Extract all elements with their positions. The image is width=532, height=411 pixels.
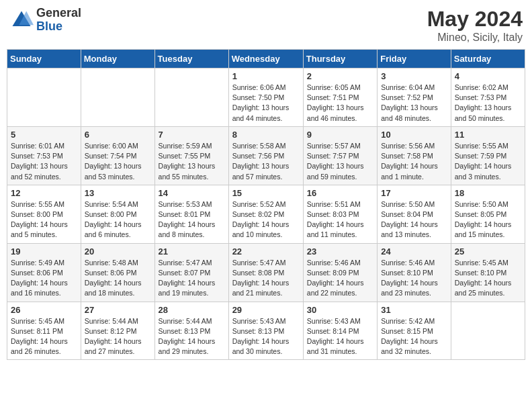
day-number: 10: [381, 130, 447, 140]
calendar-cell: 16Sunrise: 5:51 AM Sunset: 8:03 PM Dayli…: [303, 185, 377, 243]
logo-general-label: General: [36, 7, 81, 20]
calendar-week-row: 5Sunrise: 6:01 AM Sunset: 7:53 PM Daylig…: [7, 126, 525, 185]
day-number: 27: [85, 305, 151, 315]
day-of-week-header: Wednesday: [228, 50, 303, 68]
day-info: Sunrise: 5:48 AM Sunset: 8:06 PM Dayligh…: [85, 258, 151, 299]
calendar-cell: 8Sunrise: 5:58 AM Sunset: 7:56 PM Daylig…: [228, 126, 303, 185]
calendar-cell: 21Sunrise: 5:47 AM Sunset: 8:07 PM Dayli…: [154, 243, 228, 302]
day-info: Sunrise: 5:47 AM Sunset: 8:08 PM Dayligh…: [232, 258, 300, 299]
logo-text: General Blue: [36, 7, 81, 34]
day-info: Sunrise: 5:54 AM Sunset: 8:00 PM Dayligh…: [85, 199, 151, 240]
calendar-cell: 17Sunrise: 5:50 AM Sunset: 8:04 PM Dayli…: [378, 185, 451, 243]
day-info: Sunrise: 5:57 AM Sunset: 7:57 PM Dayligh…: [307, 141, 373, 182]
calendar-cell: 29Sunrise: 5:43 AM Sunset: 8:13 PM Dayli…: [228, 302, 303, 360]
day-info: Sunrise: 5:53 AM Sunset: 8:01 PM Dayligh…: [159, 199, 225, 240]
day-info: Sunrise: 5:42 AM Sunset: 8:15 PM Dayligh…: [381, 316, 447, 357]
calendar-cell: 25Sunrise: 5:45 AM Sunset: 8:10 PM Dayli…: [451, 243, 525, 302]
calendar-cell: 3Sunrise: 6:04 AM Sunset: 7:52 PM Daylig…: [378, 68, 451, 127]
calendar-cell: 15Sunrise: 5:52 AM Sunset: 8:02 PM Dayli…: [228, 185, 303, 243]
calendar-week-row: 19Sunrise: 5:49 AM Sunset: 8:06 PM Dayli…: [7, 243, 525, 302]
day-number: 6: [85, 130, 151, 140]
calendar-cell: 11Sunrise: 5:55 AM Sunset: 7:59 PM Dayli…: [451, 126, 525, 185]
day-info: Sunrise: 5:44 AM Sunset: 8:12 PM Dayligh…: [85, 316, 151, 357]
day-number: 24: [381, 246, 447, 257]
calendar-week-row: 12Sunrise: 5:55 AM Sunset: 8:00 PM Dayli…: [7, 185, 525, 243]
calendar-cell: 22Sunrise: 5:47 AM Sunset: 8:08 PM Dayli…: [228, 243, 303, 302]
day-number: 25: [455, 246, 521, 257]
day-number: 19: [11, 246, 77, 257]
day-number: 23: [307, 246, 373, 257]
calendar-cell: 18Sunrise: 5:50 AM Sunset: 8:05 PM Dayli…: [451, 185, 525, 243]
day-of-week-header: Sunday: [7, 50, 81, 68]
day-info: Sunrise: 5:58 AM Sunset: 7:56 PM Dayligh…: [232, 141, 300, 182]
day-info: Sunrise: 6:01 AM Sunset: 7:53 PM Dayligh…: [11, 141, 77, 182]
calendar-week-row: 1Sunrise: 6:06 AM Sunset: 7:50 PM Daylig…: [7, 68, 525, 127]
day-number: 18: [455, 188, 521, 198]
day-info: Sunrise: 6:05 AM Sunset: 7:51 PM Dayligh…: [307, 83, 373, 124]
logo-blue-label: Blue: [36, 20, 81, 34]
calendar-cell: [154, 68, 228, 127]
day-number: 26: [11, 305, 77, 315]
calendar-cell: 27Sunrise: 5:44 AM Sunset: 8:12 PM Dayli…: [81, 302, 154, 360]
day-number: 2: [307, 71, 373, 81]
calendar-cell: 24Sunrise: 5:46 AM Sunset: 8:10 PM Dayli…: [378, 243, 451, 302]
logo-icon: [9, 8, 34, 32]
day-number: 22: [232, 246, 300, 257]
day-info: Sunrise: 5:50 AM Sunset: 8:04 PM Dayligh…: [381, 199, 447, 240]
day-info: Sunrise: 5:59 AM Sunset: 7:55 PM Dayligh…: [159, 141, 225, 182]
day-info: Sunrise: 5:49 AM Sunset: 8:06 PM Dayligh…: [11, 258, 77, 299]
calendar-table: SundayMondayTuesdayWednesdayThursdayFrid…: [7, 49, 525, 360]
day-info: Sunrise: 6:04 AM Sunset: 7:52 PM Dayligh…: [381, 83, 447, 124]
day-number: 28: [159, 305, 225, 315]
day-number: 17: [381, 188, 447, 198]
day-number: 14: [159, 188, 225, 198]
calendar-cell: 2Sunrise: 6:05 AM Sunset: 7:51 PM Daylig…: [303, 68, 377, 127]
day-info: Sunrise: 5:56 AM Sunset: 7:58 PM Dayligh…: [381, 141, 447, 182]
calendar-cell: 5Sunrise: 6:01 AM Sunset: 7:53 PM Daylig…: [7, 126, 81, 185]
day-of-week-header: Saturday: [451, 50, 525, 68]
month-year-title: May 2024: [427, 7, 523, 32]
day-number: 1: [232, 71, 300, 81]
day-info: Sunrise: 6:02 AM Sunset: 7:53 PM Dayligh…: [455, 83, 521, 124]
day-number: 7: [159, 130, 225, 140]
day-info: Sunrise: 5:43 AM Sunset: 8:13 PM Dayligh…: [232, 316, 300, 357]
day-info: Sunrise: 5:52 AM Sunset: 8:02 PM Dayligh…: [232, 199, 300, 240]
day-info: Sunrise: 5:47 AM Sunset: 8:07 PM Dayligh…: [159, 258, 225, 299]
calendar-cell: 10Sunrise: 5:56 AM Sunset: 7:58 PM Dayli…: [378, 126, 451, 185]
calendar-cell: 14Sunrise: 5:53 AM Sunset: 8:01 PM Dayli…: [154, 185, 228, 243]
calendar-cell: 28Sunrise: 5:44 AM Sunset: 8:13 PM Dayli…: [154, 302, 228, 360]
day-number: 29: [232, 305, 300, 315]
calendar-cell: 30Sunrise: 5:43 AM Sunset: 8:14 PM Dayli…: [303, 302, 377, 360]
day-number: 16: [307, 188, 373, 198]
day-info: Sunrise: 5:50 AM Sunset: 8:05 PM Dayligh…: [455, 199, 521, 240]
day-info: Sunrise: 5:51 AM Sunset: 8:03 PM Dayligh…: [307, 199, 373, 240]
calendar-cell: 26Sunrise: 5:45 AM Sunset: 8:11 PM Dayli…: [7, 302, 81, 360]
calendar-cell: 6Sunrise: 6:00 AM Sunset: 7:54 PM Daylig…: [81, 126, 154, 185]
day-of-week-header: Monday: [81, 50, 154, 68]
day-number: 15: [232, 188, 300, 198]
location-subtitle: Mineo, Sicily, Italy: [427, 32, 523, 44]
day-info: Sunrise: 5:55 AM Sunset: 7:59 PM Dayligh…: [455, 141, 521, 182]
day-number: 11: [455, 130, 521, 140]
day-number: 4: [455, 71, 521, 81]
calendar-cell: 9Sunrise: 5:57 AM Sunset: 7:57 PM Daylig…: [303, 126, 377, 185]
calendar-cell: 4Sunrise: 6:02 AM Sunset: 7:53 PM Daylig…: [451, 68, 525, 127]
calendar-cell: [451, 302, 525, 360]
page-header: General Blue May 2024 Mineo, Sicily, Ita…: [7, 7, 525, 44]
day-number: 12: [11, 188, 77, 198]
day-info: Sunrise: 5:55 AM Sunset: 8:00 PM Dayligh…: [11, 199, 77, 240]
day-number: 20: [85, 246, 151, 257]
day-info: Sunrise: 5:45 AM Sunset: 8:10 PM Dayligh…: [455, 258, 521, 299]
day-info: Sunrise: 6:00 AM Sunset: 7:54 PM Dayligh…: [85, 141, 151, 182]
calendar-cell: 20Sunrise: 5:48 AM Sunset: 8:06 PM Dayli…: [81, 243, 154, 302]
day-info: Sunrise: 5:43 AM Sunset: 8:14 PM Dayligh…: [307, 316, 373, 357]
calendar-cell: 23Sunrise: 5:46 AM Sunset: 8:09 PM Dayli…: [303, 243, 377, 302]
title-block: May 2024 Mineo, Sicily, Italy: [427, 7, 523, 44]
day-of-week-header: Friday: [378, 50, 451, 68]
day-info: Sunrise: 5:44 AM Sunset: 8:13 PM Dayligh…: [159, 316, 225, 357]
day-of-week-header: Tuesday: [154, 50, 228, 68]
calendar-cell: [81, 68, 154, 127]
logo: General Blue: [9, 7, 81, 34]
calendar-header-row: SundayMondayTuesdayWednesdayThursdayFrid…: [7, 50, 525, 68]
calendar-cell: 31Sunrise: 5:42 AM Sunset: 8:15 PM Dayli…: [378, 302, 451, 360]
